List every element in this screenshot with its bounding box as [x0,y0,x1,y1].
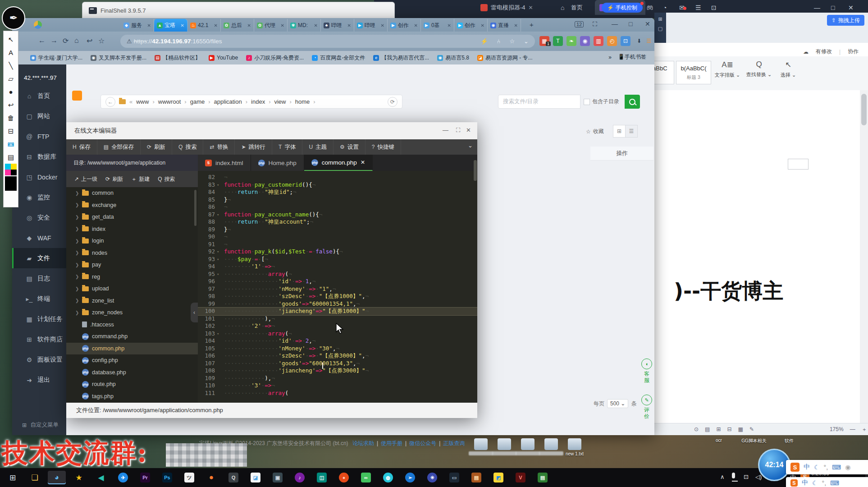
home-icon[interactable]: ⌂ [74,37,79,45]
color-palette[interactable] [5,164,17,175]
extension-leaf-icon[interactable]: ❧ [566,36,576,46]
browser-logo[interactable] [34,21,42,29]
app-white[interactable]: ツ [180,471,198,484]
editor-btn-搜索[interactable]: Q搜索 [172,139,203,155]
browser-tab-直播[interactable]: ◉直播✕ [488,19,521,32]
sidebar-item-首页[interactable]: ⌂首页 [12,86,66,106]
tree-btn-新建[interactable]: ＋新建 [131,175,150,183]
dot-tool-icon[interactable]: ● [4,85,18,98]
app-plane[interactable]: ✈ [114,471,132,484]
mic-icon[interactable] [732,473,738,482]
support-widget[interactable]: ◖客 服 [640,358,653,383]
phone-control-button[interactable]: ⚡ 手机控制 [602,3,643,13]
view-outline-icon[interactable]: ▦ [738,426,743,432]
sidebar-item-计划任务[interactable]: ▦计划任务 [12,309,66,329]
browser-tab-代理[interactable]: ✿代理✕ [254,19,288,32]
editor-titlebar[interactable]: 在线文本编辑器 — ⛶ ✕ [66,122,477,139]
annotation-pen-logo[interactable]: ✒ [2,6,25,30]
sidebar-item-日志[interactable]: ▤日志 [12,268,66,289]
server-ip[interactable]: 42.***.***.97 [24,74,66,81]
board-tool-icon[interactable]: ⊟ [4,124,18,138]
tree-folder-index[interactable]: ❯index [66,223,198,235]
footer-link-正版查询[interactable]: 正版查询 [443,440,465,446]
editor-maximize-icon[interactable]: ⛶ [456,127,460,134]
tree-folder-get_data[interactable]: ❯get_data [66,211,198,223]
app-search[interactable]: Q [224,471,242,484]
ld-tab-首页[interactable]: ⌂首页 [556,0,587,15]
file-search-input[interactable]: 搜索文件/目录 [498,95,580,109]
app-cyan[interactable]: ◍ [379,471,397,484]
app-monitor[interactable]: ▭ [445,471,463,484]
page-size-select[interactable]: 500 ⌄ [607,399,628,408]
breadcrumb-segment-view[interactable]: view [274,98,286,105]
tree-btn-搜索[interactable]: Q搜索 [158,175,175,183]
file-tree[interactable]: ❯common❯exchange❯get_data❯index❯login❯no… [66,187,198,403]
find-replace-button[interactable]: Q 查找替换 ⌄ [746,60,772,78]
layout-icon[interactable]: ⊡ [711,4,717,11]
close-button[interactable]: ✕ [645,20,650,28]
toolbar-collapse-icon[interactable]: ⌄ [468,142,473,149]
file-tab-index.html[interactable]: 5index.html [198,155,251,171]
app-teal-grid[interactable]: ◫ [313,471,331,484]
extension-shield-icon[interactable]: T [553,36,563,46]
browser-360[interactable]: ◕ [48,471,66,484]
path-refresh-button[interactable]: ⟳ [388,97,397,107]
sidebar-item-面板设置[interactable]: ⚙面板设置 [12,349,66,370]
start-button[interactable]: ⊞ [4,471,22,484]
close-icon[interactable]: ✕ [314,23,318,28]
fold-icon[interactable]: ▾ [217,330,222,338]
sidebar-item-数据库[interactable]: ⊟数据库 [12,147,66,167]
app-atom[interactable]: ✳ [423,471,441,484]
ld-minimize-button[interactable]: — [814,4,820,11]
phone-bookmark-item[interactable]: 📱手机书签 [618,53,646,61]
fold-icon[interactable]: ▾ [217,181,222,189]
tree-folder-common[interactable]: ❯common [66,187,198,199]
editor-btn-字体[interactable]: T字体 [272,139,302,155]
style-cell[interactable]: b(AaBbC( 标题 3 [676,61,711,84]
tree-folder-reg[interactable]: ❯reg [66,271,198,283]
text-tool-icon[interactable]: A [4,46,18,59]
tree-file-command.php[interactable]: phpcommand.php [66,331,198,343]
browser-tab-服务[interactable]: ◆服务✕ [121,19,154,32]
view-grid-icon[interactable]: ⊞ [716,426,721,432]
tree-file-common.php[interactable]: phpcommon.php [66,343,198,355]
tree-collapse-handle[interactable]: ‹ [191,303,198,322]
checkbox-icon[interactable] [584,99,590,105]
cursor-tool-icon[interactable]: ↖ [4,33,18,46]
app-premiere[interactable]: Pr [136,471,154,484]
doc-icon[interactable]: ▢ [658,26,662,32]
editor-btn-全部保存[interactable]: ▤全部保存 [97,139,141,155]
breadcrumb-segment-www[interactable]: www [136,98,149,105]
close-icon[interactable]: ✕ [514,23,518,28]
desktop-icon[interactable] [469,438,493,455]
app-wechat[interactable]: ∞ [357,471,375,484]
camera-tool-icon[interactable]: 📷︎ [4,138,18,151]
footer-link-微信公众号[interactable]: 微信公众号 [409,440,436,446]
feedback-widget[interactable]: ✎评 价 [640,395,653,419]
browser-tab-总后[interactable]: ✿总后✕ [221,19,254,32]
editor-btn-设置[interactable]: ⚙设置 [333,139,365,155]
sidebar-item-Docker[interactable]: ◳Docker [12,167,66,187]
grid-view-button[interactable]: ⊞ [613,125,626,138]
app-photoshop[interactable]: Ps [158,471,176,484]
tree-folder-exchange[interactable]: ❯exchange [66,199,198,211]
editor-btn-替换[interactable]: ⇄替换 [203,139,235,155]
ld-tab-雷电模拟器-4[interactable]: 雷电模拟器-4✕ [476,0,538,15]
app-music[interactable]: ♪ [291,471,309,484]
tree-btn-上一级[interactable]: ↗上一级 [74,175,97,183]
close-icon[interactable]: ✕ [361,159,365,165]
search-submit-button[interactable] [625,95,640,109]
close-icon[interactable]: ✕ [481,23,484,28]
breadcrumb-segment-wwwroot[interactable]: wwwroot [158,98,181,105]
editor-btn-跳转行[interactable]: ➤跳转行 [235,139,272,155]
mail-icon[interactable]: ✉ [679,4,686,11]
browser-tab-42.1[interactable]: ♨42.1✕ [187,19,221,32]
bookmark-item[interactable]: ◉叉叉脚本开发手册... [91,54,146,62]
tree-file-.htaccess[interactable]: .htaccess [66,319,198,331]
sogou-toolbar[interactable]: S中☾ °,⌨◉ [786,460,868,474]
close-icon[interactable]: ✕ [448,23,451,28]
page-icon[interactable]: ▤ [705,426,710,432]
sidebar-item-FTP[interactable]: @FTP [12,126,66,147]
footer-link-使用手册[interactable]: 使用手册 [381,440,402,446]
browser-tab-0基[interactable]: ▶0基✕ [421,19,454,32]
